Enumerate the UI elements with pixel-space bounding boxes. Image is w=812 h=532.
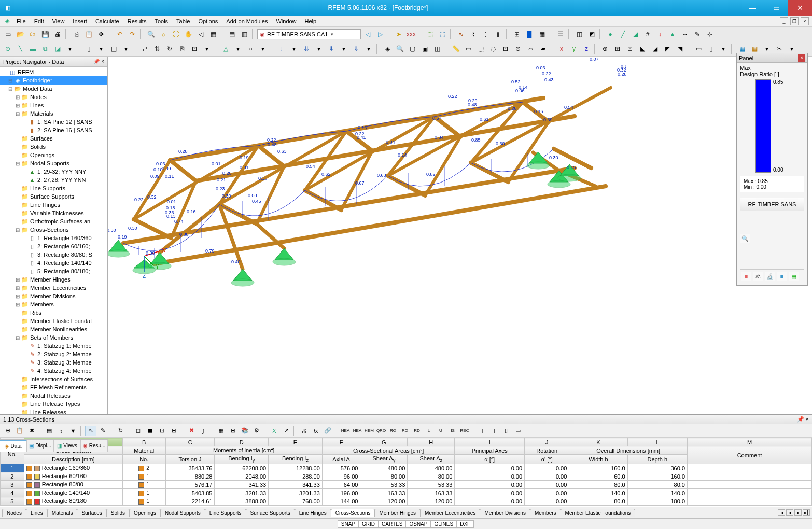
tree-item[interactable]: 📁Line Release Types	[0, 400, 107, 408]
dd2-icon[interactable]: ▾	[95, 43, 107, 54]
gt-r2-icon[interactable]: HEA	[352, 426, 363, 436]
status-dxf[interactable]: DXF	[456, 520, 474, 528]
gt-s3-icon[interactable]: ▯	[500, 426, 512, 436]
scale-list-icon[interactable]: ≡	[777, 272, 787, 281]
status-cartes[interactable]: CARTES	[378, 520, 406, 528]
gt-export-icon[interactable]: ↗	[281, 426, 292, 436]
tree-item[interactable]: ⊞📁Nodes	[0, 93, 107, 101]
manager-icon[interactable]: 🗂	[27, 29, 38, 40]
tree-item[interactable]: 📁Surface Supports	[0, 192, 107, 201]
grid-tab-nodal-supports[interactable]: Nodal Supports	[160, 509, 205, 517]
tree-item[interactable]: 📁Solids	[0, 143, 107, 151]
dd6-icon[interactable]: ▾	[257, 43, 269, 54]
view-iso-icon[interactable]: ◈	[382, 43, 393, 54]
grid-tab-line-supports[interactable]: Line Supports	[205, 509, 246, 517]
sup-icon[interactable]: ▲	[667, 29, 678, 40]
copy-icon[interactable]: ⎘	[71, 29, 82, 40]
measure-icon[interactable]: 📏	[450, 43, 461, 54]
zoom2-icon[interactable]: 🔍	[394, 43, 405, 54]
status-osnap[interactable]: OSNAP	[405, 520, 431, 528]
tab-prev-icon[interactable]: ◂	[786, 509, 793, 516]
sel7-icon[interactable]: ▰	[537, 43, 549, 54]
gt-r11-icon[interactable]: REC	[459, 426, 470, 436]
tree-item[interactable]: ✎4: Stabzug 4: Membe	[0, 367, 107, 375]
tree-item[interactable]: ⊟📁Cross-Sections	[0, 226, 107, 234]
tree-item[interactable]: ▯3: Rectangle 80/80; S	[0, 250, 107, 259]
gt-r3-icon[interactable]: HEM	[363, 426, 375, 436]
ortho-icon[interactable]: ⊞	[612, 43, 623, 54]
grid-tab-surfaces[interactable]: Surfaces	[77, 509, 106, 517]
tree-model-data[interactable]: ⊟📂Model Data	[0, 85, 107, 93]
pin-icon[interactable]: 📌 ×	[93, 59, 104, 64]
close-button[interactable]: ✕	[788, 0, 812, 16]
offset-icon[interactable]: ⊡	[189, 43, 200, 54]
tree-item[interactable]: 📁FE Mesh Refinements	[0, 383, 107, 391]
line-icon[interactable]: ╱	[617, 29, 628, 40]
menu-help[interactable]: Help	[301, 17, 321, 25]
gt-r1-icon[interactable]: HEA	[340, 426, 351, 436]
load2-icon[interactable]: ⇊	[301, 43, 312, 54]
grid-tab-nodes[interactable]: Nodes	[2, 509, 26, 517]
viewport-3d[interactable]: X Y Z 0.520.030.220.430.070.110.280.110.…	[108, 57, 812, 414]
snap-icon[interactable]: ⊡	[624, 43, 636, 54]
dd3-icon[interactable]: ▾	[120, 43, 132, 54]
load4-icon[interactable]: ⇓	[351, 43, 362, 54]
cs-icon[interactable]: ⊕	[599, 43, 611, 54]
menu-tools[interactable]: Tools	[150, 17, 172, 25]
tree-item[interactable]: ⊟📁Materials	[0, 109, 107, 118]
dd5-icon[interactable]: ▾	[232, 43, 244, 54]
grid-tab-member-hinges[interactable]: Member Hinges	[374, 509, 421, 517]
display-icon[interactable]: ▥	[239, 29, 250, 40]
tree-item[interactable]: 📁Line Hinges	[0, 201, 107, 209]
grid-pin-icon[interactable]: 📌 ×	[797, 416, 809, 423]
maximize-button[interactable]: ▭	[764, 0, 788, 16]
gt-lib-icon[interactable]: 📚	[239, 426, 250, 436]
iso1-icon[interactable]: ◣	[637, 43, 648, 54]
tree-item[interactable]: ⊞📁Members	[0, 300, 107, 309]
gt-filter-icon[interactable]: ▼	[67, 426, 79, 436]
menu-file[interactable]: File	[12, 17, 30, 25]
load-icon[interactable]: ↓	[654, 29, 666, 40]
scale-colors-icon[interactable]: ≡	[741, 272, 751, 281]
dim-icon[interactable]: ↔	[679, 29, 691, 40]
table-row[interactable]: 1Rectangle 160/360235433.7662208.0012288…	[1, 464, 812, 472]
dd8-icon[interactable]: ▾	[313, 43, 325, 54]
dir-z-icon[interactable]: z	[581, 43, 592, 54]
pan-icon[interactable]: ✋	[183, 29, 194, 40]
views-icon[interactable]: ▦	[207, 29, 219, 40]
nav-tab-views[interactable]: ◨Views	[54, 440, 81, 452]
grid-tab-cross-sections[interactable]: Cross-Sections	[331, 509, 375, 517]
tree-item[interactable]: 📁Openings	[0, 151, 107, 159]
tab-next-icon[interactable]: ▸	[794, 509, 802, 516]
panel-close-icon[interactable]: ×	[798, 54, 805, 62]
tree-item[interactable]: ⊞📁Lines	[0, 101, 107, 109]
v1-icon[interactable]: ▢	[407, 43, 418, 54]
tree-item[interactable]: ▯4: Rectangle 140/140	[0, 259, 107, 267]
gt-r10-icon[interactable]: IS	[447, 426, 458, 436]
grid-icon[interactable]: ⊞	[511, 29, 523, 40]
node-icon[interactable]: ●	[605, 29, 616, 40]
gt-hide4-icon[interactable]: ⊟	[168, 426, 179, 436]
tree-item[interactable]: 📁Orthotropic Surfaces an	[0, 217, 107, 226]
result1-icon[interactable]: ⫿	[480, 29, 492, 40]
print-icon[interactable]: 🖨	[52, 29, 63, 40]
dir-x-icon[interactable]: x	[556, 43, 567, 54]
menu-edit[interactable]: Edit	[30, 17, 48, 25]
tree-item[interactable]: ✎1: Stabzug 1: Membe	[0, 342, 107, 350]
tree-item[interactable]: ⊞📁Member Eccentricities	[0, 284, 107, 292]
tree-item[interactable]: 📁Variable Thicknesses	[0, 209, 107, 217]
tree-item[interactable]: 📁Line Releases	[0, 408, 107, 414]
iso2-icon[interactable]: ◢	[649, 43, 661, 54]
grid-tab-solids[interactable]: Solids	[106, 509, 130, 517]
tree-item[interactable]: ⊟📁Nodal Supports	[0, 159, 107, 167]
result2-icon[interactable]: ⫿	[493, 29, 504, 40]
dd1-icon[interactable]: ▾	[64, 43, 76, 54]
minimize-button[interactable]: —	[740, 0, 764, 16]
move2-icon[interactable]: ⇄	[139, 43, 150, 54]
prev-view-icon[interactable]: ◁	[195, 29, 206, 40]
gt-s2-icon[interactable]: T	[488, 426, 500, 436]
table-row[interactable]: 3Rectangle 80/801576.17341.33341.3364.00…	[1, 481, 812, 489]
iso4-icon[interactable]: ◥	[674, 43, 685, 54]
grid-tab-materials[interactable]: Materials	[47, 509, 78, 517]
tree-item[interactable]: ▮1: SA Pine 12 | SANS	[0, 118, 107, 126]
